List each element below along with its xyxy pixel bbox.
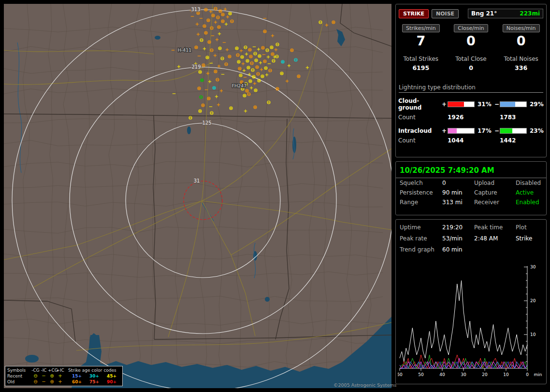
close-per-min-label: Close/min (454, 24, 488, 32)
age-60: 60+ (68, 379, 86, 385)
svg-text:10: 10 (503, 372, 509, 377)
totals-values-row: 6195 0 336 (396, 64, 546, 71)
settings-row: Squelch 0 Upload Disabled (396, 178, 546, 188)
ic-minus-bar (500, 128, 527, 134)
svg-text:30: 30 (461, 372, 466, 377)
age-30: 30+ (86, 373, 103, 379)
strikes-per-min-label: Strikes/min (402, 24, 440, 32)
trend-row: Trend graph 60 min (396, 244, 546, 255)
cg-plus-bar (448, 101, 475, 107)
strike-button[interactable]: STRIKE (399, 9, 429, 18)
noises-per-min-value: 0 (517, 33, 526, 49)
minus-icon: − (40, 379, 48, 385)
cg-minus-bar (500, 101, 527, 107)
circle-plus-icon: ⊕ (48, 379, 56, 385)
clock-section: 10/26/2025 7:49:20 AM Squelch 0 Upload D… (395, 161, 547, 215)
ic-minus-count: 1442 (500, 137, 527, 144)
svg-text:31: 31 (194, 178, 200, 183)
settings-row: Persistence 90 min Capture Active (396, 188, 546, 197)
stats-section: STRIKE NOISE Bng 21° 223mi Strikes/min C… (395, 4, 547, 157)
svg-text:50: 50 (418, 372, 424, 377)
legend-col-nic: -IC (40, 367, 48, 373)
trend-graph-label: Trend graph (400, 244, 442, 255)
rate-values-row: 7 0 0 (396, 33, 546, 49)
plot-value: Strike (516, 233, 546, 244)
bearing-range: 223mi (520, 10, 540, 17)
trend-graph: 1020306050403020100min (398, 261, 545, 382)
svg-text:H-411: H-411 (178, 47, 192, 53)
circle-minus-icon: ⊖ (31, 373, 40, 379)
bearing-display: Bng 21° 223mi (468, 9, 543, 18)
svg-text:125: 125 (202, 120, 211, 126)
cg-minus-count: 1783 (500, 114, 527, 121)
intracloud-label: Intracloud (398, 127, 441, 134)
peak-rate-value: 53/min (442, 233, 474, 244)
svg-text:min: min (534, 372, 542, 377)
noise-button[interactable]: NOISE (432, 9, 459, 18)
upload-status: Disabled (516, 178, 546, 188)
trend-window-value: 60 min (442, 244, 474, 255)
cg-plus-pct: 31% (475, 101, 494, 108)
svg-text:40: 40 (439, 372, 445, 377)
svg-text:0: 0 (526, 372, 529, 377)
rate-labels-row: Strikes/min Close/min Noises/min (396, 24, 546, 32)
noises-per-min-label: Noises/min (503, 24, 540, 32)
receiver-label: Receiver (474, 197, 516, 207)
circle-minus-icon: ⊖ (31, 379, 40, 385)
age-90: 90+ (103, 379, 120, 385)
peak-time-value: 2:48 AM (474, 233, 516, 244)
app-window: 31321912531H-411FH247 Symbols -CG -IC +C… (0, 0, 550, 392)
legend-recent-label: Recent (7, 373, 31, 379)
receiver-status: Enabled (516, 197, 546, 207)
peak-time-label: Peak time (474, 222, 516, 233)
datetime-display: 10/26/2025 7:49:20 AM (396, 164, 546, 178)
cg-minus-pct: 29% (527, 101, 543, 108)
svg-text:FH247: FH247 (232, 83, 247, 88)
legend-col-pic: +IC (56, 367, 64, 373)
upload-label: Upload (474, 178, 516, 188)
uptime-value: 219:20 (442, 222, 474, 233)
peak-rate-label: Peak rate (400, 233, 442, 244)
info-row: Peak rate 53/min 2:48 AM Strike (396, 233, 546, 244)
plus-icon: + (56, 373, 64, 379)
minus-sign: − (494, 127, 500, 134)
uptime-label: Uptime (400, 222, 442, 233)
circle-plus-icon: ⊕ (48, 373, 56, 379)
map-area[interactable]: 31321912531H-411FH247 Symbols -CG -IC +C… (4, 4, 391, 388)
squelch-label: Squelch (400, 178, 442, 188)
squelch-value: 0 (442, 178, 474, 188)
bearing-label: Bng 21° (471, 10, 497, 17)
strikes-per-min-value: 7 (416, 33, 425, 49)
ic-minus-pct: 23% (527, 127, 543, 134)
range-label: Range (400, 197, 442, 207)
cloud-ground-row: Cloud-ground + 31% − 29% (396, 98, 546, 111)
info-row: Uptime 219:20 Peak time Plot (396, 222, 546, 233)
svg-text:20: 20 (530, 298, 536, 303)
count-label: Count (398, 114, 441, 121)
capture-label: Capture (474, 188, 516, 197)
plot-label: Plot (516, 222, 546, 233)
total-close-value: 0 (469, 64, 473, 71)
minus-sign: − (494, 101, 500, 108)
persistence-value: 90 min (442, 188, 474, 197)
control-panel: STRIKE NOISE Bng 21° 223mi Strikes/min C… (395, 4, 547, 388)
svg-text:10: 10 (530, 332, 536, 337)
mode-row: STRIKE NOISE Bng 21° 223mi (396, 7, 546, 20)
plus-sign: + (441, 101, 448, 108)
range-value: 313 mi (442, 197, 474, 207)
minus-icon: − (40, 373, 48, 379)
map-legend: Symbols -CG -IC +CG +IC Strike age color… (5, 366, 123, 386)
svg-text:313: 313 (191, 7, 200, 12)
total-strikes-label: Total Strikes (404, 56, 439, 62)
total-close-label: Total Close (455, 56, 487, 62)
age-45: 45+ (103, 373, 120, 379)
legend-col-pcg: +CG (48, 367, 56, 373)
count-label: Count (398, 137, 441, 144)
settings-row: Range 313 mi Receiver Enabled (396, 197, 546, 207)
total-strikes-value: 6195 (412, 64, 429, 71)
total-noises-label: Total Noises (504, 56, 538, 62)
svg-text:60: 60 (398, 372, 403, 377)
distribution-title: Lightning type distribution (399, 84, 543, 93)
legend-old-label: Old (7, 379, 31, 385)
radar-map[interactable]: 31321912531H-411FH247 (4, 4, 391, 388)
